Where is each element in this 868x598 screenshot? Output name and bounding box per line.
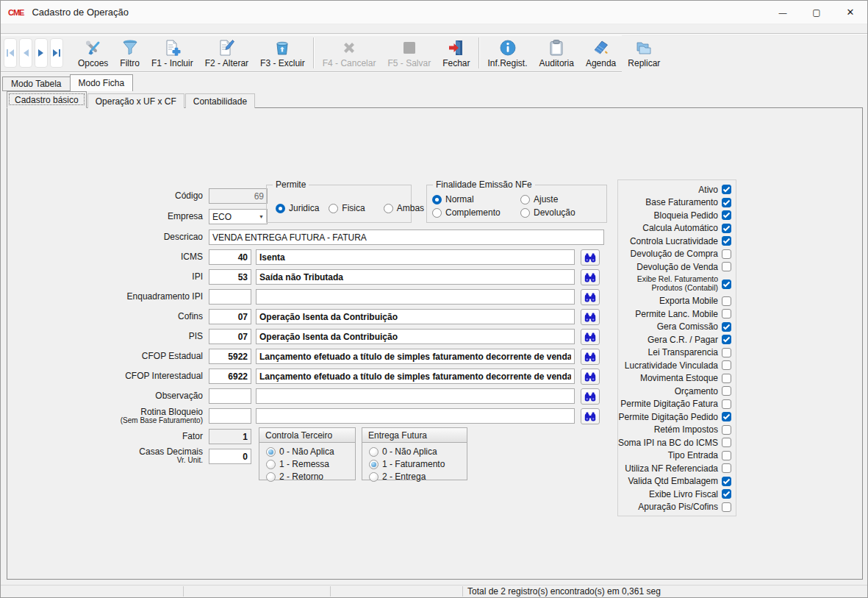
empresa-select[interactable]: ECO ▼ <box>209 209 268 224</box>
checkbox-movimenta-estoque[interactable]: Movimenta Estoque <box>618 372 731 385</box>
observacao-desc-field[interactable] <box>256 388 575 404</box>
radio-devolucao[interactable]: Devolução <box>520 207 606 218</box>
tab-operacao-uf-cf[interactable]: Operação x UF x CF <box>87 93 184 108</box>
rotina-bloqueio-search-button[interactable] <box>581 408 600 424</box>
checkbox-lucratividade-vinculada[interactable]: Lucratividade Vinculada <box>618 359 731 372</box>
casas-decimais-field[interactable] <box>209 449 251 464</box>
checkbox-devolucao-compra[interactable]: Devolução de Compra <box>618 248 731 261</box>
button-label: F2 - Alterar <box>205 58 248 68</box>
checkbox-exporta-mobile[interactable]: Exporta Mobile <box>618 295 731 308</box>
checkbox-apuracao-pis-cofins[interactable]: Apuração Pis/Cofins <box>618 501 731 514</box>
pis-code-field[interactable] <box>209 329 251 344</box>
checkbox-gera-comissao[interactable]: Gera Comissão <box>618 321 731 334</box>
cfop-estadual-desc-field[interactable] <box>256 349 575 364</box>
cofins-search-button[interactable] <box>581 309 600 325</box>
button-label: F5 - Salvar <box>387 58 431 68</box>
enquadramento-code-field[interactable] <box>209 289 251 305</box>
radio-normal[interactable]: Normal <box>432 194 520 204</box>
radio-ct-nao-aplica[interactable]: 0 - Não Aplica <box>266 446 355 457</box>
insert-button[interactable]: F1 - Incluir <box>146 36 199 70</box>
nav-last-button[interactable] <box>50 38 63 68</box>
cancel-x-icon <box>340 39 358 57</box>
observacao-code-field[interactable] <box>209 388 251 404</box>
checkbox-valida-qtd-embalagem[interactable]: Valida Qtd Embalagem <box>618 475 731 488</box>
icms-search-button[interactable] <box>581 249 600 266</box>
close-button[interactable]: ✕ <box>833 1 867 24</box>
radio-ct-remessa[interactable]: 1 - Remessa <box>266 459 355 469</box>
folders-icon <box>635 39 653 57</box>
radio-ajuste[interactable]: Ajuste <box>520 194 606 204</box>
checkbox-bloqueia-pedido[interactable]: Bloqueia Pedido <box>618 209 731 222</box>
options-button[interactable]: Opcoes <box>72 36 114 70</box>
pis-desc-field[interactable] <box>256 329 575 344</box>
cfop-estadual-code-field[interactable] <box>209 349 251 364</box>
record-info-button[interactable]: Inf.Regist. <box>482 36 534 70</box>
checkbox-gera-cr-pagar[interactable]: Gera C.R. / Pagar <box>618 333 731 346</box>
descricao-field[interactable] <box>209 229 604 245</box>
maximize-button[interactable]: ▢ <box>800 1 833 24</box>
cofins-desc-field[interactable] <box>256 309 575 324</box>
button-label: F3 - Excluir <box>260 58 305 68</box>
cfop-interestadual-code-field[interactable] <box>209 369 251 384</box>
nav-prev-button[interactable] <box>19 38 32 68</box>
checkbox-calcula-automatico[interactable]: Calcula Automático <box>618 222 731 235</box>
radio-icon <box>329 204 338 213</box>
observacao-search-button[interactable] <box>581 388 600 405</box>
radio-juridica[interactable]: Juridica <box>276 203 319 213</box>
ipi-search-button[interactable] <box>581 269 600 285</box>
cofins-code-field[interactable] <box>209 309 251 324</box>
checkbox-devolucao-venda[interactable]: Devolução de Venda <box>618 260 731 274</box>
edit-button[interactable]: F2 - Alterar <box>199 36 254 70</box>
nav-first-button[interactable] <box>4 38 17 68</box>
checkbox-orcamento[interactable]: Orçamento <box>618 385 731 398</box>
checkbox-permite-lanc-mobile[interactable]: Permite Lanc. Mobile <box>618 307 731 321</box>
checkbox-base-faturamento[interactable]: Base Faturamento <box>618 196 731 210</box>
filter-button[interactable]: Filtro <box>114 36 146 70</box>
radio-ambas[interactable]: Ambas <box>384 203 424 213</box>
cfop-interestadual-desc-field[interactable] <box>256 369 575 384</box>
minimize-button[interactable]: — <box>766 1 800 24</box>
checkbox-retem-impostos[interactable]: Retém Impostos <box>618 424 731 437</box>
tab-cadastro-basico[interactable]: Cadastro básico <box>7 91 87 108</box>
checkbox-exibe-rel-faturamento[interactable]: Exibe Rel. FaturamentoProdutos (Contabil… <box>618 274 731 295</box>
radio-ef-nao-aplica[interactable]: 0 - Não Aplica <box>369 446 467 457</box>
checkbox-utiliza-nf-referenciada[interactable]: Utiliza NF Referenciada <box>618 462 731 475</box>
ipi-desc-field[interactable] <box>256 269 575 285</box>
checkbox-icon <box>722 296 731 306</box>
radio-label: Ambas <box>397 203 424 213</box>
tab-contabilidade[interactable]: Contabilidade <box>185 93 255 108</box>
checkbox-exibe-livro-fiscal[interactable]: Exibe Livro Fiscal <box>618 488 731 501</box>
radio-label: 1 - Faturamento <box>382 459 445 469</box>
audit-button[interactable]: Auditoria <box>534 36 580 70</box>
checkbox-ativo[interactable]: Ativo <box>618 183 731 196</box>
nav-next-button[interactable] <box>35 38 48 68</box>
rotina-bloqueio-desc-field[interactable] <box>256 408 575 424</box>
ipi-code-field[interactable] <box>209 269 251 285</box>
checkbox-permite-digitacao-pedido[interactable]: Permite Digitação Pedido <box>618 410 731 424</box>
checkbox-lei-transparencia[interactable]: Lei Transparencia <box>618 346 731 360</box>
checkbox-soma-ipi-bc-icms[interactable]: Soma IPI na BC do ICMS <box>618 436 731 449</box>
icms-desc-field[interactable] <box>256 249 575 265</box>
enquadramento-search-button[interactable] <box>581 289 600 305</box>
cfop-estadual-search-button[interactable] <box>581 349 600 365</box>
tab-modo-ficha[interactable]: Modo Ficha <box>70 74 134 91</box>
icms-code-field[interactable] <box>209 249 251 265</box>
checkbox-tipo-entrada[interactable]: Tipo Entrada <box>618 449 731 463</box>
radio-complemento[interactable]: Complemento <box>432 207 520 218</box>
close-form-button[interactable]: Fechar <box>437 36 476 70</box>
checkbox-controla-lucratividade[interactable]: Controla Lucratividade <box>618 235 731 248</box>
pis-search-button[interactable] <box>581 329 600 345</box>
agenda-button[interactable]: Agenda <box>580 36 622 70</box>
tab-modo-tabela[interactable]: Modo Tabela <box>2 76 71 91</box>
checkbox-permite-digitacao-fatura[interactable]: Permite Digitação Fatura <box>618 398 731 411</box>
cfop-interestadual-search-button[interactable] <box>581 369 600 385</box>
checkbox-label: Movimenta Estoque <box>640 373 718 383</box>
radio-ct-retorno[interactable]: 2 - Retorno <box>266 471 355 482</box>
rotina-bloqueio-code-field[interactable] <box>209 408 251 424</box>
replicate-button[interactable]: Replicar <box>622 36 666 70</box>
enquadramento-desc-field[interactable] <box>256 289 575 305</box>
radio-ef-faturamento[interactable]: 1 - Faturamento <box>369 459 467 469</box>
delete-button[interactable]: F3 - Excluir <box>254 36 311 70</box>
radio-fisica[interactable]: Fisica <box>329 203 365 213</box>
radio-ef-entrega[interactable]: 2 - Entrega <box>369 471 467 482</box>
